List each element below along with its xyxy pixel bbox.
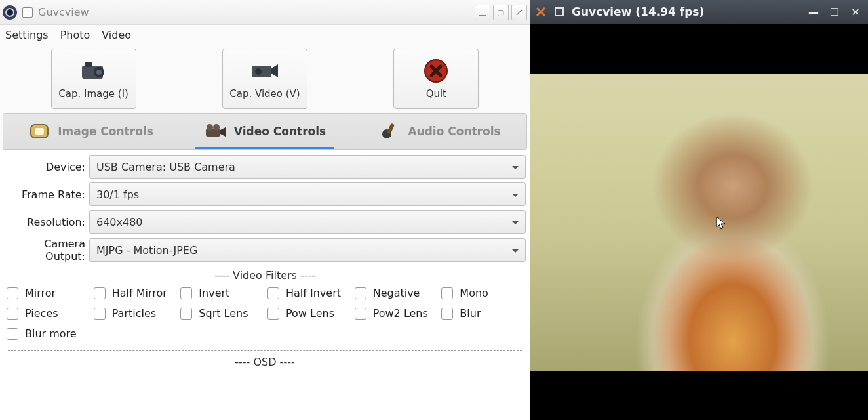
webcam-icon [3, 5, 17, 20]
filter-pow2-lens[interactable]: Pow2 Lens [355, 307, 437, 320]
settings-window: Guvcview — ▢ Settings Photo Video Cap. I… [0, 0, 530, 420]
camcorder-icon [249, 58, 281, 84]
capture-image-button[interactable]: Cap. Image (I) [51, 49, 136, 109]
tab-audio-label: Audio Controls [408, 125, 500, 138]
checkbox-icon [267, 287, 279, 299]
svg-marker-6 [271, 64, 278, 77]
video-frame-image [530, 74, 868, 371]
filter-particles[interactable]: Particles [94, 307, 176, 320]
filter-mono[interactable]: Mono [441, 287, 523, 299]
svg-rect-4 [85, 62, 92, 67]
tab-image-controls[interactable]: Image Controls [3, 114, 178, 149]
window-frame-icon [553, 6, 565, 18]
svg-rect-13 [35, 128, 44, 135]
checkbox-icon [7, 287, 18, 299]
video-maximize-button[interactable]: ☐ [827, 5, 842, 19]
resolution-value: 640x480 [96, 216, 143, 228]
device-value: USB Camera: USB Camera [96, 161, 235, 173]
maximize-button[interactable]: ▢ [493, 5, 509, 20]
filter-half-mirror[interactable]: Half Mirror [94, 287, 176, 299]
filter-sqrt-lens[interactable]: Sqrt Lens [180, 307, 262, 320]
filter-blur-more[interactable]: Blur more [7, 327, 89, 340]
menu-video[interactable]: Video [102, 29, 131, 41]
device-combo[interactable]: USB Camera: USB Camera [89, 155, 526, 178]
filter-mirror[interactable]: Mirror [7, 287, 89, 299]
chevron-down-icon [512, 221, 519, 224]
filter-invert[interactable]: Invert [180, 287, 262, 299]
microphone-icon [378, 121, 401, 141]
video-filters-grid: Mirror Half Mirror Invert Half Invert Ne… [4, 287, 526, 340]
video-filters-separator: ---- Video Filters ---- [4, 269, 526, 282]
filter-blur[interactable]: Blur [441, 307, 523, 320]
quit-button[interactable]: Quit [393, 49, 479, 109]
checkbox-icon [355, 308, 366, 320]
svg-point-7 [255, 68, 262, 75]
minimize-button[interactable]: — [475, 5, 490, 20]
tab-image-label: Image Controls [58, 125, 153, 138]
filter-negative[interactable]: Negative [355, 287, 437, 299]
tab-audio-controls[interactable]: Audio Controls [352, 114, 526, 149]
frame-rate-combo[interactable]: 30/1 fps [89, 182, 526, 206]
camera-output-combo[interactable]: MJPG - Motion-JPEG [89, 238, 526, 262]
osd-separator: ---- OSD ---- [4, 356, 526, 368]
camera-icon [78, 58, 109, 84]
svg-marker-15 [220, 127, 226, 136]
checkbox-icon [180, 287, 192, 299]
device-label: Device: [4, 161, 89, 173]
lamp-icon [28, 121, 51, 141]
resolution-combo[interactable]: 640x480 [89, 210, 526, 234]
menu-photo[interactable]: Photo [60, 29, 90, 41]
action-row: Cap. Image (I) Cap. Video (V) [0, 45, 530, 113]
video-preview-window: Guvcview (14.94 fps) — ☐ ✕ [530, 0, 868, 420]
video-area [530, 24, 868, 420]
svg-rect-22 [555, 8, 563, 16]
filter-pow-lens[interactable]: Pow Lens [267, 307, 349, 320]
capture-video-label: Cap. Video (V) [229, 88, 300, 100]
quit-label: Quit [426, 88, 446, 100]
camera-output-label: Camera Output: [4, 238, 89, 262]
checkbox-icon [94, 308, 106, 320]
checkbox-icon [441, 308, 453, 320]
filter-pieces[interactable]: Pieces [7, 307, 89, 320]
resize-handle-button[interactable] [511, 5, 527, 20]
menubar: Settings Photo Video [0, 25, 530, 45]
window-title: Guvcview [38, 6, 89, 18]
video-minimize-button[interactable]: — [806, 5, 821, 19]
film-camera-icon [204, 121, 227, 141]
capture-video-button[interactable]: Cap. Video (V) [222, 49, 307, 109]
video-close-button[interactable]: ✕ [848, 5, 863, 19]
svg-point-17 [213, 124, 220, 131]
chevron-down-icon [512, 249, 519, 253]
quit-icon [420, 58, 452, 84]
checkbox-icon [7, 308, 18, 320]
tab-bar: Image Controls Video Controls Audio Co [3, 113, 527, 150]
video-window-title: Guvcview (14.94 fps) [572, 5, 704, 18]
svg-line-0 [517, 10, 522, 15]
checkbox-icon [94, 287, 106, 299]
menu-settings[interactable]: Settings [5, 29, 49, 41]
frame-rate-label: Frame Rate: [4, 188, 89, 201]
checkbox-icon [355, 287, 366, 299]
cursor-icon [716, 216, 728, 230]
titlebar-box-icon [22, 7, 33, 18]
filter-half-invert[interactable]: Half Invert [267, 287, 349, 299]
resolution-label: Resolution: [4, 216, 89, 228]
checkbox-icon [267, 308, 279, 320]
chevron-down-icon [512, 166, 519, 169]
svg-point-3 [96, 70, 102, 75]
checkbox-icon [7, 328, 18, 340]
frame-rate-value: 30/1 fps [96, 188, 139, 201]
tab-video-controls[interactable]: Video Controls [178, 114, 352, 149]
tab-video-label: Video Controls [234, 125, 326, 138]
svg-point-16 [207, 124, 213, 131]
svg-rect-19 [387, 123, 395, 134]
chevron-down-icon [512, 194, 519, 197]
video-titlebar: Guvcview (14.94 fps) — ☐ ✕ [530, 0, 868, 24]
close-icon-red[interactable] [535, 6, 547, 18]
checkbox-icon [180, 308, 192, 320]
checkbox-icon [441, 287, 453, 299]
video-controls-panel: Device: USB Camera: USB Camera Frame Rat… [0, 150, 530, 420]
camera-output-value: MJPG - Motion-JPEG [96, 244, 197, 257]
capture-image-label: Cap. Image (I) [58, 88, 128, 100]
titlebar: Guvcview — ▢ [0, 0, 530, 25]
